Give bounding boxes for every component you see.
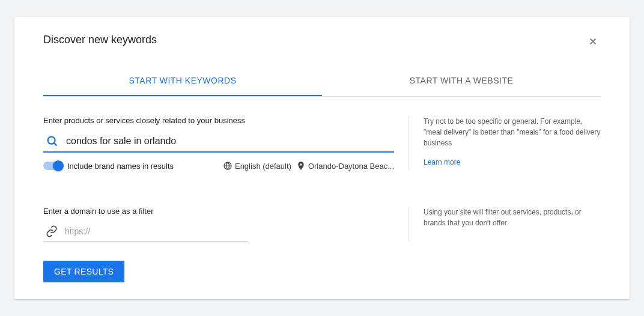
- svg-point-0: [48, 137, 55, 144]
- location-pin-icon: [296, 161, 306, 171]
- tabs: START WITH KEYWORDS START WITH A WEBSITE: [43, 66, 601, 97]
- keywords-left-column: Enter products or services closely relat…: [43, 116, 409, 171]
- keywords-input-label: Enter products or services closely relat…: [43, 116, 394, 125]
- toggle-knob: [53, 160, 64, 171]
- domain-input-label: Enter a domain to use as a filter: [43, 207, 394, 216]
- brand-names-toggle-label: Include brand names in results: [67, 162, 174, 171]
- language-label: English (default): [235, 162, 291, 171]
- keyword-planner-card: Discover new keywords START WITH KEYWORD…: [14, 17, 630, 299]
- location-chip[interactable]: Orlando-Daytona Beac...: [296, 161, 394, 171]
- close-icon: [588, 36, 598, 47]
- language-chip[interactable]: English (default): [223, 161, 291, 171]
- keywords-help-text: Try not to be too specific or general. F…: [424, 116, 601, 148]
- domain-input-row: [43, 222, 248, 242]
- domain-input[interactable]: [65, 226, 248, 236]
- tab-start-with-a-website[interactable]: START WITH A WEBSITE: [322, 66, 601, 96]
- header: Discover new keywords: [43, 34, 601, 49]
- domain-help-column: Using your site will filter out services…: [409, 207, 601, 242]
- location-label: Orlando-Daytona Beac...: [308, 162, 394, 171]
- learn-more-link[interactable]: Learn more: [424, 157, 460, 168]
- link-icon: [46, 225, 58, 237]
- tab-start-with-keywords[interactable]: START WITH KEYWORDS: [43, 66, 322, 96]
- close-button[interactable]: [585, 34, 601, 49]
- brand-names-toggle[interactable]: [43, 162, 62, 170]
- search-icon: [46, 135, 59, 148]
- globe-icon: [223, 161, 232, 171]
- keywords-input[interactable]: [66, 136, 394, 147]
- page-title: Discover new keywords: [43, 34, 157, 46]
- options-row: Include brand names in results English (…: [43, 161, 394, 171]
- get-results-button[interactable]: GET RESULTS: [43, 261, 124, 282]
- domain-section: Enter a domain to use as a filter Using …: [43, 207, 601, 242]
- keywords-help-column: Try not to be too specific or general. F…: [409, 116, 601, 171]
- domain-left-column: Enter a domain to use as a filter: [43, 207, 409, 242]
- domain-help-text: Using your site will filter out services…: [424, 207, 601, 228]
- keywords-input-row: [43, 131, 394, 153]
- keywords-section: Enter products or services closely relat…: [43, 116, 601, 171]
